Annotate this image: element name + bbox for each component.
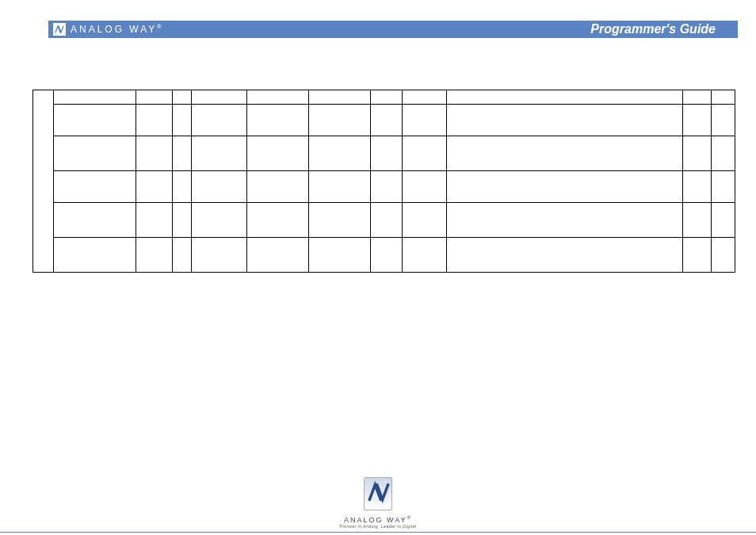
cell-name (54, 203, 136, 238)
cell-type (192, 238, 247, 273)
page: ANALOG WAY® Programmer's Guide ANALOG WA… (0, 0, 756, 535)
cell-idx1 (247, 238, 309, 273)
cell-desc (447, 203, 683, 238)
header-brand-mark: ® (157, 24, 161, 29)
cell-rw (173, 203, 192, 238)
cell-name (54, 238, 136, 273)
page-title: Programmer's Guide (590, 22, 738, 36)
table-row (33, 136, 735, 171)
cell-cmd (136, 203, 173, 238)
cell-note2 (712, 136, 735, 171)
cell-type (192, 203, 247, 238)
footer-brand-mark: ® (407, 515, 412, 520)
cell-name (54, 105, 136, 136)
analog-way-footer-logo-icon (364, 477, 392, 510)
cell-idx2 (309, 171, 371, 203)
cell-max (403, 238, 447, 273)
cell-idx1 (247, 90, 309, 105)
cell-note2 (712, 238, 735, 273)
cell-desc (447, 136, 683, 171)
cell-cmd (136, 136, 173, 171)
table-row (33, 203, 735, 238)
cell-cmd (136, 105, 173, 136)
cell-rw (173, 90, 192, 105)
cell-note1 (683, 136, 712, 171)
cell-idx2 (309, 238, 371, 273)
cell-idx1 (247, 105, 309, 136)
cell-type (192, 105, 247, 136)
cell-cmd (136, 171, 173, 203)
cell-idx1 (247, 203, 309, 238)
cell-name (54, 136, 136, 171)
header-left: ANALOG WAY® (48, 23, 162, 36)
cell-max (403, 90, 447, 105)
header-bar: ANALOG WAY® Programmer's Guide (48, 21, 738, 38)
cell-idx2 (309, 203, 371, 238)
table-row (33, 90, 735, 105)
cell-name (54, 90, 136, 105)
header-brand-text: ANALOG WAY (71, 24, 157, 35)
footer: ANALOG WAY® Pioneer in Analog, Leader in… (0, 477, 756, 533)
footer-brand: ANALOG WAY® (0, 515, 756, 524)
cell-idx1 (247, 171, 309, 203)
footer-rule (0, 532, 756, 533)
cell-note2 (712, 90, 735, 105)
table-row (33, 238, 735, 273)
cell-type (192, 171, 247, 203)
command-table (32, 90, 733, 273)
cell-desc (447, 90, 683, 105)
cell-cmd (136, 90, 173, 105)
cell-note2 (712, 105, 735, 136)
cell-idx1 (247, 136, 309, 171)
cell-idx2 (309, 90, 371, 105)
cell-min (371, 238, 403, 273)
cell-cmd (136, 238, 173, 273)
cell-rw (173, 136, 192, 171)
cell-min (371, 203, 403, 238)
cell-min (371, 171, 403, 203)
footer-tagline: Pioneer in Analog, Leader in Digital (0, 524, 756, 529)
cell-type (192, 90, 247, 105)
table-row (33, 171, 735, 203)
cell-name (54, 171, 136, 203)
cell-max (403, 105, 447, 136)
cell-rw (173, 105, 192, 136)
cell-rw (173, 238, 192, 273)
cell-desc (447, 105, 683, 136)
cell-idx2 (309, 136, 371, 171)
cell-max (403, 203, 447, 238)
cell-note2 (712, 171, 735, 203)
cell-min (371, 136, 403, 171)
cell-note1 (683, 171, 712, 203)
group-cell (33, 90, 54, 273)
cell-min (371, 90, 403, 105)
analog-way-logo-icon (53, 23, 66, 36)
cell-note1 (683, 105, 712, 136)
header-brand: ANALOG WAY® (71, 24, 162, 35)
cell-desc (447, 171, 683, 203)
table-row (33, 105, 735, 136)
cell-note1 (683, 203, 712, 238)
cell-note1 (683, 90, 712, 105)
cell-max (403, 171, 447, 203)
cell-rw (173, 171, 192, 203)
cell-note1 (683, 238, 712, 273)
footer-brand-text: ANALOG WAY (344, 516, 407, 524)
cell-max (403, 136, 447, 171)
cell-type (192, 136, 247, 171)
cell-idx2 (309, 105, 371, 136)
cell-desc (447, 238, 683, 273)
cell-note2 (712, 203, 735, 238)
cell-min (371, 105, 403, 136)
